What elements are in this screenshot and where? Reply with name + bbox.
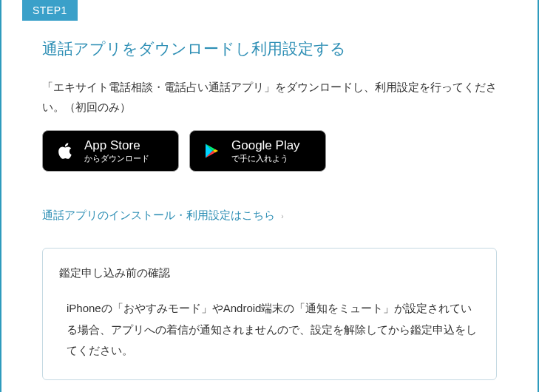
step-title: 通話アプリをダウンロードし利用設定する [42,38,538,59]
install-guide-link[interactable]: 通話アプリのインストール・利用設定はこちら › [42,209,284,223]
apple-icon [53,139,77,163]
appstore-button[interactable]: App Store からダウンロード [42,130,179,172]
info-box-title: 鑑定申し込み前の確認 [59,266,480,280]
step-container: STEP1 通話アプリをダウンロードし利用設定する 「エキサイト電話相談・電話占… [0,0,539,392]
googleplay-button[interactable]: Google Play で手に入れよう [189,130,326,172]
install-link-text: 通話アプリのインストール・利用設定はこちら [42,209,275,221]
google-play-icon [200,139,224,163]
info-box-text: iPhoneの「おやすみモード」やAndroid端末の「通知をミュート」が設定さ… [67,298,480,362]
appstore-line1: App Store [84,138,149,153]
appstore-line2: からダウンロード [84,154,149,163]
chevron-right-icon: › [281,212,283,220]
step-description: 「エキサイト電話相談・電話占い通話アプリ」をダウンロードし、利用設定を行ってくだ… [42,77,497,117]
confirmation-info-box: 鑑定申し込み前の確認 iPhoneの「おやすみモード」やAndroid端末の「通… [42,248,497,380]
googleplay-line1: Google Play [231,138,300,153]
step-badge: STEP1 [22,0,78,21]
store-buttons-row: App Store からダウンロード Google Play で手に入れよう [42,130,538,172]
googleplay-line2: で手に入れよう [231,154,300,163]
